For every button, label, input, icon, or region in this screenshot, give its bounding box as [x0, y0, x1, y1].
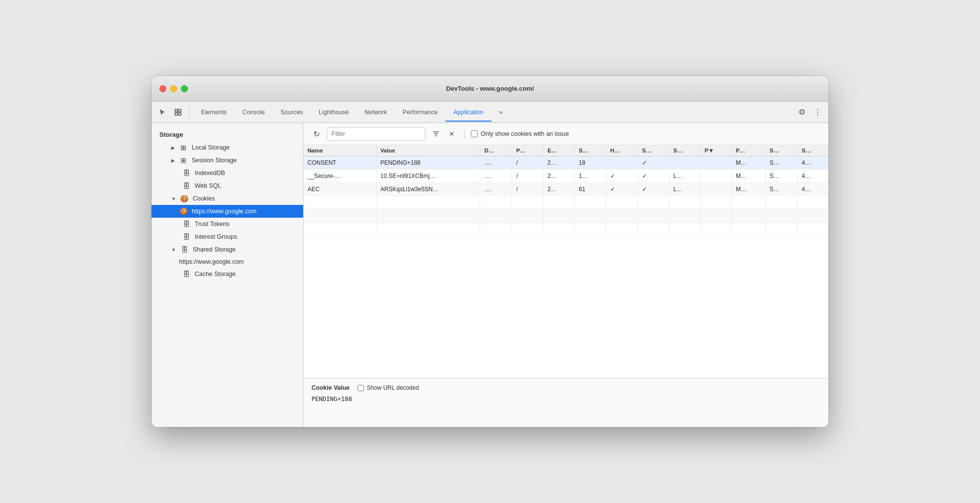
show-decoded-label[interactable]: Show URL decoded	[358, 384, 419, 391]
sidebar-item-shared-storage[interactable]: ▼ 🗄 Shared Storage	[152, 243, 303, 256]
maximize-button[interactable]	[181, 85, 188, 92]
sidebar-item-trust-tokens[interactable]: 🗄 Trust Tokens	[152, 218, 303, 230]
local-storage-label: Local Storage	[192, 144, 230, 151]
filter-separator	[464, 129, 465, 139]
col-s2[interactable]: S…	[638, 145, 669, 156]
traffic-lights	[159, 85, 188, 92]
cursor-icon[interactable]	[155, 105, 169, 119]
inspect-icon[interactable]	[171, 105, 185, 119]
window-title: DevTools - www.google.com/	[446, 85, 534, 92]
tab-lighthouse[interactable]: Lighthouse	[311, 106, 357, 119]
svg-rect-0	[175, 109, 178, 112]
cell-2-11: S…	[766, 183, 798, 196]
cell-1-0: __Secure-…	[304, 170, 376, 183]
indexeddb-icon: 🗄	[182, 169, 191, 177]
more-tabs-button[interactable]: »	[491, 106, 511, 119]
session-storage-arrow: ▶	[171, 158, 175, 163]
sidebar-item-interest-groups[interactable]: 🗄 Interest Groups	[152, 230, 303, 243]
interest-groups-icon: 🗄	[182, 233, 191, 241]
cell-0-8	[669, 156, 700, 170]
col-pv[interactable]: P▼	[700, 145, 732, 156]
main-panel: ↻ ✕ Only show cookies with an i	[304, 123, 828, 427]
col-d[interactable]: D…	[480, 145, 512, 156]
bottom-panel-header: Cookie Value Show URL decoded	[311, 384, 821, 391]
col-value[interactable]: Value	[376, 145, 480, 156]
cell-1-3: /	[512, 170, 543, 183]
svg-rect-1	[179, 109, 181, 112]
local-storage-icon: ⊞	[179, 144, 188, 151]
sidebar: Storage ▶ ⊞ Local Storage ▶ ⊞ Session St…	[152, 123, 304, 427]
tab-elements[interactable]: Elements	[193, 106, 234, 119]
col-e[interactable]: E…	[543, 145, 575, 156]
table-row[interactable]: CONSENTPENDING+188…./2…18✓M…S…4…	[304, 156, 828, 170]
cell-0-12: 4…	[798, 156, 828, 170]
empty-row	[304, 209, 828, 223]
cookie-table-container: Name Value D… P… E… S… H… S… S… P▼ P… S…	[304, 145, 828, 378]
cell-0-1: PENDING+188	[376, 156, 480, 170]
cell-2-3: /	[512, 183, 543, 196]
col-p2[interactable]: P…	[732, 145, 766, 156]
table-row[interactable]: AECARSKqsLi1w3e5SN……./2…61✓✓L…M…S…4…	[304, 183, 828, 196]
sidebar-item-session-storage[interactable]: ▶ ⊞ Session Storage	[152, 154, 303, 167]
col-name[interactable]: Name	[304, 145, 376, 156]
cell-0-10: M…	[732, 156, 766, 170]
sidebar-item-web-sql[interactable]: 🗄 Web SQL	[152, 179, 303, 192]
cache-storage-label: Cache Storage	[195, 271, 235, 277]
sidebar-item-local-storage[interactable]: ▶ ⊞ Local Storage	[152, 141, 303, 154]
cell-1-7: ✓	[638, 170, 669, 183]
cookies-icon: 🍪	[180, 195, 189, 202]
table-row[interactable]: __Secure-…10.SE=nt91XCBmj……./2…1…✓✓L…M…S…	[304, 170, 828, 183]
svg-rect-3	[179, 113, 181, 115]
cookies-arrow: ▼	[171, 196, 176, 201]
tab-application[interactable]: Application	[445, 106, 491, 119]
sidebar-item-cache-storage[interactable]: 🗄 Cache Storage	[152, 268, 303, 280]
sidebar-item-shared-google[interactable]: https://www.google.com	[152, 256, 303, 268]
sidebar-item-cookies[interactable]: ▼ 🍪 Cookies	[152, 192, 303, 205]
cell-0-6	[606, 156, 638, 170]
empty-row	[304, 223, 828, 236]
cookie-table: Name Value D… P… E… S… H… S… S… P▼ P… S…	[304, 145, 828, 236]
cell-1-10: M…	[732, 170, 766, 183]
col-s3[interactable]: S…	[669, 145, 700, 156]
cell-0-9	[700, 156, 732, 170]
col-s5[interactable]: S…	[798, 145, 828, 156]
cookie-value-display: PENDING+188	[311, 395, 821, 402]
web-sql-label: Web SQL	[195, 182, 221, 189]
close-button[interactable]	[159, 85, 166, 92]
trust-tokens-label: Trust Tokens	[195, 221, 230, 227]
cell-2-7: ✓	[638, 183, 669, 196]
sidebar-item-google-cookie[interactable]: 🍪 https://www.google.com	[152, 205, 303, 218]
col-s1[interactable]: S…	[575, 145, 606, 156]
minimize-button[interactable]	[170, 85, 177, 92]
col-s4[interactable]: S…	[766, 145, 798, 156]
refresh-button[interactable]: ↻	[309, 127, 323, 141]
cell-1-4: 2…	[543, 170, 575, 183]
show-decoded-checkbox[interactable]	[358, 385, 364, 391]
table-header-row: Name Value D… P… E… S… H… S… S… P▼ P… S…	[304, 145, 828, 156]
col-p[interactable]: P…	[512, 145, 543, 156]
more-options-icon[interactable]: ⋮	[811, 105, 825, 119]
toolbar-tabs: Elements Console Sources Lighthouse Netw…	[193, 106, 793, 119]
tab-sources[interactable]: Sources	[273, 106, 311, 119]
cookies-label: Cookies	[193, 195, 215, 202]
filter-input[interactable]	[327, 127, 425, 141]
google-cookie-icon: 🍪	[179, 207, 188, 215]
cell-0-5: 18	[575, 156, 606, 170]
tab-performance[interactable]: Performance	[395, 106, 446, 119]
filter-sort-icon[interactable]	[429, 127, 443, 141]
cookie-option-label[interactable]: Only show cookies with an issue	[471, 130, 569, 137]
settings-icon[interactable]: ⚙	[795, 105, 809, 119]
toolbar-icons	[155, 105, 189, 119]
tab-console[interactable]: Console	[234, 106, 273, 119]
cell-2-5: 61	[575, 183, 606, 196]
shared-storage-icon: 🗄	[180, 246, 189, 253]
toolbar: Elements Console Sources Lighthouse Netw…	[152, 101, 828, 123]
filter-clear-icon[interactable]: ✕	[445, 127, 459, 141]
tab-network[interactable]: Network	[357, 106, 395, 119]
cell-2-12: 4…	[798, 183, 828, 196]
empty-row	[304, 196, 828, 209]
only-issues-checkbox[interactable]	[471, 130, 478, 137]
sidebar-item-indexeddb[interactable]: 🗄 IndexedDB	[152, 167, 303, 179]
interest-groups-label: Interest Groups	[195, 233, 237, 240]
col-h[interactable]: H…	[606, 145, 638, 156]
